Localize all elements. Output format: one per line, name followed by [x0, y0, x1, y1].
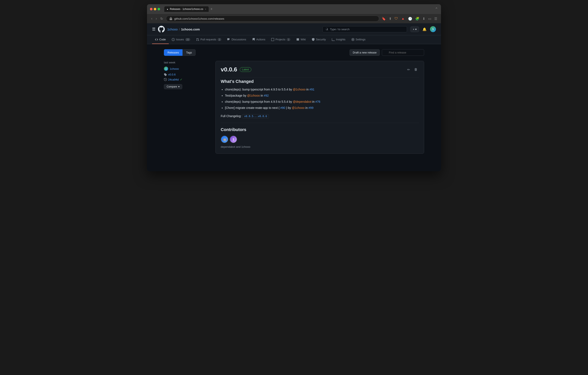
nav-item-wiki[interactable]: Wiki [293, 35, 309, 44]
notifications-button[interactable]: 🔔 [421, 26, 428, 32]
changelog-issue-link-2[interactable]: #92 [264, 94, 269, 97]
release-card: v0.0.6 Latest ✏ 🗑 What's Changed chore(d… [215, 61, 424, 154]
reload-button[interactable]: ↻ [159, 16, 164, 22]
active-tab[interactable]: ● Releases · 1chooo/1chooo.co × [164, 6, 209, 12]
browser-nav-buttons: ‹ › ↻ [150, 16, 164, 22]
releases-layout: last week 1 1chooo v0.0.6 24ca94d ✓ [164, 61, 424, 154]
full-changelog: Full Changelog: v0.0.5...v0.0.6 [221, 114, 419, 118]
nav-item-projects[interactable]: Projects 1 [268, 35, 293, 44]
changelog-issue-link-4[interactable]: #99 [309, 106, 314, 110]
changelog-author-link-4[interactable]: @1chooo [292, 106, 304, 110]
release-time: last week [164, 61, 210, 64]
nav-issues-label: Issues [176, 38, 184, 41]
create-new-button[interactable]: + ▾ [410, 26, 419, 32]
extensions-button[interactable]: 🧩 [414, 16, 420, 22]
changelog-item-2: Test/package by @1chooo in #92 [225, 93, 419, 98]
nav-item-insights[interactable]: Insights [329, 35, 348, 44]
github-search: Type / to search [323, 26, 407, 32]
projects-badge: 1 [287, 38, 290, 41]
url-text: github.com/1chooo/1chooo.com/releases [174, 17, 376, 20]
menu-button[interactable]: ☰ [433, 16, 438, 22]
pr-badge: 2 [218, 38, 221, 41]
changelog-inline-issue-4[interactable]: #90 [280, 106, 285, 110]
changelog-author-link-3[interactable]: @dependabot [293, 100, 311, 103]
projects-icon [271, 38, 274, 41]
find-release-input[interactable] [382, 49, 424, 56]
nav-security-label: Security [316, 38, 326, 41]
delete-release-button[interactable]: 🗑 [413, 67, 419, 73]
code-icon [155, 38, 158, 41]
release-tag[interactable]: v0.0.6 [168, 73, 176, 76]
release-author[interactable]: 1chooo [170, 67, 179, 70]
nav-item-issues[interactable]: Issues 22 [169, 35, 193, 44]
commit-status-icon: ✓ [180, 78, 182, 81]
author-avatar: 1 [164, 66, 168, 71]
dependabot-avatar[interactable]: 🤖 [221, 135, 228, 143]
hamburger-button[interactable]: ☰ [152, 27, 156, 32]
tab-close-icon[interactable]: × [205, 8, 206, 10]
nav-item-discussions[interactable]: Discussions [224, 35, 249, 44]
dropdown-arrow-icon: ▾ [415, 28, 417, 31]
plus-label: + [413, 28, 414, 31]
nav-pr-label: Pull requests [200, 38, 216, 41]
new-tab-button[interactable]: + [210, 7, 213, 11]
wiki-icon [296, 38, 299, 41]
compare-button[interactable]: Compare ▾ [164, 84, 182, 89]
tags-tab[interactable]: Tags [182, 49, 195, 56]
forward-button[interactable]: › [154, 16, 158, 22]
release-commit[interactable]: 24ca94d [168, 78, 179, 81]
nav-item-settings[interactable]: Settings [348, 35, 368, 44]
changelog-issue-link-1[interactable]: #91 [309, 88, 314, 91]
close-button[interactable] [150, 8, 152, 10]
release-version: v0.0.6 [221, 66, 237, 73]
nav-item-code[interactable]: Code [152, 35, 169, 44]
minimize-button[interactable] [154, 8, 156, 10]
contributors-section: Contributors 🤖 1 dependabot and 1chooo [221, 123, 419, 148]
user-contributor-avatar[interactable]: 1 [230, 135, 237, 143]
sidebar-button[interactable]: ▭ [427, 16, 432, 22]
changelog-item-4: [Chore] migrate create-reate-app to next… [225, 106, 419, 110]
download-button[interactable]: ⬇ [421, 16, 426, 22]
nav-item-pullrequests[interactable]: Pull requests 2 [193, 35, 224, 44]
extension-btn[interactable]: 🔺 [400, 16, 406, 22]
edit-release-button[interactable]: ✏ [406, 67, 411, 73]
changelog-issue-link-3[interactable]: #76 [315, 100, 320, 103]
contributors-title: Contributors [221, 127, 419, 132]
contributor-avatars: 🤖 1 [221, 135, 419, 143]
settings-icon [351, 38, 354, 41]
brave-icon[interactable]: 🛡 [394, 16, 399, 21]
full-changelog-link[interactable]: v0.0.5...v0.0.6 [242, 114, 269, 118]
search-icon [325, 28, 328, 31]
full-changelog-label: Full Changelog: [221, 114, 242, 118]
owner-link[interactable]: 1chooo [167, 27, 178, 31]
search-box[interactable]: Type / to search [323, 26, 407, 32]
releases-header: Releases Tags Draft a new release 🔍 [164, 49, 424, 56]
history-button[interactable]: 🕐 [407, 16, 413, 22]
share-button[interactable]: ⬆ [388, 16, 392, 22]
back-button[interactable]: ‹ [150, 16, 154, 22]
bookmark-button[interactable]: 🔖 [381, 16, 387, 22]
browser-titlebar: ● Releases · 1chooo/1chooo.co × + ⌃ [147, 4, 441, 14]
window-controls[interactable]: ⌃ [435, 7, 438, 11]
nav-item-security[interactable]: Security [309, 35, 329, 44]
page-content: Releases Tags Draft a new release 🔍 last [159, 44, 429, 159]
release-sidebar: last week 1 1chooo v0.0.6 24ca94d ✓ [164, 61, 210, 154]
user-avatar[interactable]: 1 [430, 26, 436, 32]
releases-tabs: Releases Tags [164, 49, 196, 56]
releases-tab[interactable]: Releases [164, 49, 182, 56]
repo-link[interactable]: 1chooo.com [181, 27, 200, 31]
draft-release-button[interactable]: Draft a new release [349, 49, 380, 56]
changelog-author-link-1[interactable]: @1chooo [293, 88, 305, 91]
browser-toolbar: ‹ › ↻ github.com/1chooo/1chooo.com/relea… [147, 14, 441, 23]
changelog-author-link-2[interactable]: @1chooo [247, 94, 260, 97]
tag-icon [164, 73, 167, 76]
address-bar[interactable]: github.com/1chooo/1chooo.com/releases [166, 16, 379, 22]
header-actions: + ▾ 🔔 1 [410, 26, 436, 32]
nav-item-actions[interactable]: Actions [249, 35, 268, 44]
latest-badge: Latest [240, 67, 251, 72]
maximize-button[interactable] [158, 8, 160, 10]
actions-icon [252, 38, 255, 41]
header-left: ☰ 1chooo / 1chooo.com [152, 26, 200, 33]
tab-title: Releases · 1chooo/1chooo.co [170, 8, 203, 11]
search-placeholder: Type / to search [330, 28, 349, 31]
